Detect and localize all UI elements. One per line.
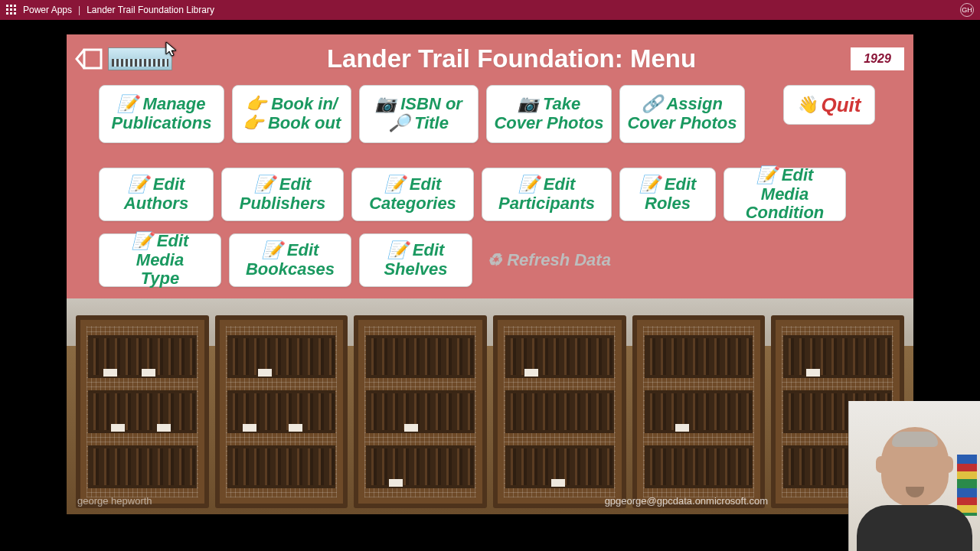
app-launcher-icon[interactable] <box>6 5 17 15</box>
product-name: Power Apps <box>23 5 72 15</box>
webcam-overlay <box>848 401 980 551</box>
edit-shelves-button[interactable]: 📝 Edit Shelves <box>359 233 472 287</box>
edit-bookcases-button[interactable]: 📝 Edit Bookcases <box>229 233 351 287</box>
app-logo <box>108 47 172 70</box>
refresh-data-button[interactable]: ♻ Refresh Data <box>480 233 618 287</box>
background-photo: george hepworth gpgeorge@gpcdata.onmicro… <box>67 298 913 514</box>
edit-roles-button[interactable]: 📝 Edit Roles <box>619 168 716 221</box>
isbn-title-button[interactable]: 📷 ISBN or 🔎 Title <box>359 85 479 143</box>
app-name: Lander Trail Foundation Library <box>87 5 214 15</box>
year-display: 1929 <box>851 47 904 70</box>
assign-cover-photos-button[interactable]: 🔗 Assign Cover Photos <box>619 85 745 143</box>
menu-panel: Lander Trail Foundation: Menu 1929 📝 Man… <box>67 34 913 298</box>
book-in-out-button[interactable]: 👉 Book in/ 👉 Book out <box>232 85 351 143</box>
edit-media-type-button[interactable]: 📝 Edit Media Type <box>99 233 221 287</box>
titlebar-separator: | <box>78 5 80 15</box>
wave-icon: 👋 <box>798 95 818 115</box>
page-title: Lander Trail Foundation: Menu <box>172 44 851 73</box>
manage-publications-button[interactable]: 📝 Manage Publications <box>99 85 224 143</box>
user-avatar[interactable]: GH <box>960 3 974 17</box>
edit-authors-button[interactable]: 📝 Edit Authors <box>99 168 214 221</box>
edit-publishers-button[interactable]: 📝 Edit Publishers <box>221 168 344 221</box>
edit-participants-button[interactable]: 📝 Edit Participants <box>482 168 612 221</box>
quit-button[interactable]: 👋 Quit <box>783 85 875 125</box>
take-cover-photos-button[interactable]: 📷 Take Cover Photos <box>486 85 612 143</box>
svg-rect-0 <box>84 50 101 68</box>
edit-categories-button[interactable]: 📝 Edit Categories <box>351 168 474 221</box>
watermark-email: gpgeorge@gpcdata.onmicrosoft.com <box>605 495 768 507</box>
back-icon[interactable] <box>71 43 106 75</box>
power-apps-titlebar: Power Apps | Lander Trail Foundation Lib… <box>0 0 980 20</box>
watermark-author: george hepworth <box>77 495 152 507</box>
app-canvas: Lander Trail Foundation: Menu 1929 📝 Man… <box>67 34 913 514</box>
edit-media-condition-button[interactable]: 📝 Edit Media Condition <box>724 168 846 221</box>
